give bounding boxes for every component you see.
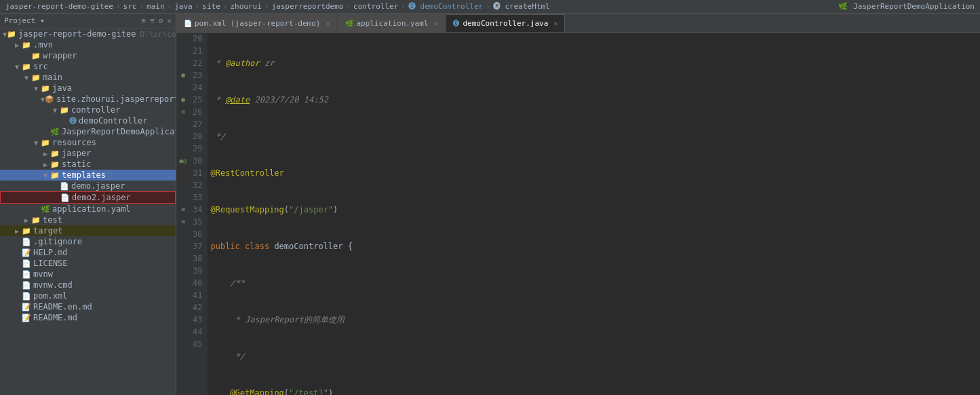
editor-gutter: ● ● ≡ ●@ ≡ ≡: [176, 33, 190, 395]
sidebar-icon-locate[interactable]: ⊕: [142, 16, 146, 25]
gutter-29: [176, 143, 190, 155]
tree-src[interactable]: 📁 src: [0, 61, 176, 72]
main-arrow: [22, 74, 31, 81]
pom-tab-close[interactable]: ✕: [326, 20, 330, 27]
tree-mvnw[interactable]: 📄 mvnw: [0, 269, 176, 280]
mvn-label: .mvn: [33, 40, 53, 50]
target-arrow: [12, 227, 22, 235]
top-right-app[interactable]: JasperReportDemoApplication: [853, 2, 975, 11]
jasperapp-label: JasperReportDemoApplication: [62, 127, 176, 136]
breadcrumb-jasperreportdemo[interactable]: jasperreportdemo: [271, 2, 343, 11]
tab-application[interactable]: 🌿 application.yaml ✕: [338, 14, 445, 32]
tree-readme[interactable]: 📝 README.md: [0, 312, 176, 323]
ln-29: 29: [193, 143, 202, 155]
gutter-30: ●@: [176, 155, 190, 167]
application-yaml-label: application.yaml: [52, 204, 131, 214]
tree-mvn[interactable]: 📁 .mvn: [0, 39, 176, 50]
ln-38: 38: [193, 252, 202, 265]
code-editor[interactable]: ● ● ≡ ●@ ≡ ≡: [176, 33, 980, 395]
ln-28: 28: [193, 130, 202, 143]
controller-tab-close[interactable]: ✕: [553, 20, 557, 27]
tree-static[interactable]: 📁 static: [0, 159, 176, 170]
sidebar-icon-collapse[interactable]: ≡: [150, 16, 155, 25]
pom-xml-label: pom.xml: [33, 291, 68, 301]
sidebar-icon-settings[interactable]: ⚙: [159, 16, 163, 25]
breadcrumb-democontroller[interactable]: 🅒 demoController: [408, 2, 483, 11]
breadcrumb-project[interactable]: jasper-report-demo-gitee: [5, 2, 113, 11]
ln-27: 27: [193, 118, 202, 130]
gutter-40: [176, 277, 190, 289]
gutter-34: ≡: [176, 204, 190, 216]
tree-resources[interactable]: 📁 resources: [0, 137, 176, 148]
tree-java[interactable]: 📁 java: [0, 83, 176, 94]
tree-demo-jasper[interactable]: 📄 demo.jasper: [0, 181, 176, 191]
ln-45: 45: [193, 338, 202, 350]
tree-gitignore[interactable]: 📄 .gitignore: [0, 236, 176, 247]
gutter-44: [176, 326, 190, 338]
tree-jasperapp[interactable]: 🌿 JasperReportDemoApplication: [0, 126, 176, 137]
ln-25: 25: [193, 94, 202, 106]
jasper-label: jasper: [62, 149, 91, 158]
tab-democontroller[interactable]: 🅒 demoController.java ✕: [446, 14, 565, 32]
tree-root[interactable]: 📁 jasper-report-demo-gitee D:\zr\code\ja…: [0, 29, 176, 39]
tree-democontroller[interactable]: 🅒 demoController: [0, 115, 176, 126]
pom-xml-icon: 📄: [22, 292, 31, 301]
tree-templates[interactable]: 📁 templates: [0, 170, 176, 181]
sidebar-icon-close[interactable]: ✕: [167, 16, 172, 25]
tree-help-md[interactable]: 📝 HELP.md: [0, 247, 176, 258]
code-content[interactable]: * @author zr * @date 2023/7/20 14:52 */ …: [208, 33, 980, 395]
tree-application-yaml[interactable]: 🌿 application.yaml: [0, 204, 176, 214]
tree-main[interactable]: 📁 main: [0, 72, 176, 83]
tree-controller[interactable]: 📁 controller: [0, 105, 176, 115]
gutter-31: [176, 167, 190, 179]
tree-test[interactable]: 📁 test: [0, 214, 176, 225]
breadcrumb-site[interactable]: site: [202, 2, 220, 11]
ln-42: 42: [193, 301, 202, 314]
breadcrumb-zhourui[interactable]: zhourui: [230, 2, 261, 11]
mvn-icon: 📁: [22, 41, 31, 50]
resources-label: resources: [52, 138, 96, 147]
target-icon: 📁: [22, 227, 31, 236]
tree-readme-en[interactable]: 📝 README.en.md: [0, 301, 176, 312]
src-arrow: [12, 63, 22, 71]
ln-30: 30: [193, 155, 202, 167]
license-label: LICENSE: [33, 259, 68, 268]
tab-pom[interactable]: 📄 pom.xml (jasper-report-demo) ✕: [176, 14, 337, 32]
gutter-42: [176, 301, 190, 314]
license-icon: 📄: [22, 259, 31, 268]
gutter-38: [176, 252, 190, 265]
breadcrumb-java[interactable]: java: [174, 2, 193, 11]
top-right-leaf-icon: 🌿: [838, 2, 848, 11]
tree-license[interactable]: 📄 LICENSE: [0, 258, 176, 269]
line-numbers: 20 21 22 23 24 25 26 27 28 29 30 31 32 3…: [190, 33, 208, 395]
wrapper-label: wrapper: [43, 51, 77, 60]
help-md-icon: 📝: [22, 248, 31, 257]
sep1: ›: [116, 2, 121, 11]
tree-mvnw-cmd[interactable]: 📄 mvnw.cmd: [0, 280, 176, 290]
gutter-32: [176, 179, 190, 191]
tree-demo2-jasper[interactable]: 📄 demo2.jasper: [0, 191, 176, 204]
mvnw-cmd-label: mvnw.cmd: [33, 280, 73, 290]
gutter-28: [176, 130, 190, 143]
ln-23: 23: [193, 69, 202, 81]
gutter-39: [176, 265, 190, 277]
gutter-22: [176, 57, 190, 69]
tree-site[interactable]: 📦 site.zhourui.jasperreportdemo: [0, 94, 176, 105]
tree-pom-xml[interactable]: 📄 pom.xml: [0, 290, 176, 301]
jasperapp-icon: 🌿: [50, 128, 60, 136]
java-arrow: [31, 85, 41, 92]
mvnw-label: mvnw: [33, 269, 53, 279]
tree-jasper[interactable]: 📁 jasper: [0, 148, 176, 159]
breadcrumb-src[interactable]: src: [123, 2, 137, 11]
mvn-arrow: [12, 41, 22, 49]
democontroller-icon: 🅒: [69, 117, 77, 126]
breadcrumb-controller[interactable]: controller: [353, 2, 398, 11]
tree-wrapper[interactable]: 📁 wrapper: [0, 50, 176, 61]
tree-target[interactable]: 📁 target: [0, 225, 176, 236]
app-tab-close[interactable]: ✕: [433, 20, 437, 27]
breadcrumb-createhtml[interactable]: 🅜 createHtml: [493, 2, 550, 11]
breadcrumb-main[interactable]: main: [146, 2, 165, 11]
line-26: /**: [210, 277, 980, 289]
target-label: target: [33, 226, 62, 236]
controller-label: controller: [71, 105, 120, 115]
